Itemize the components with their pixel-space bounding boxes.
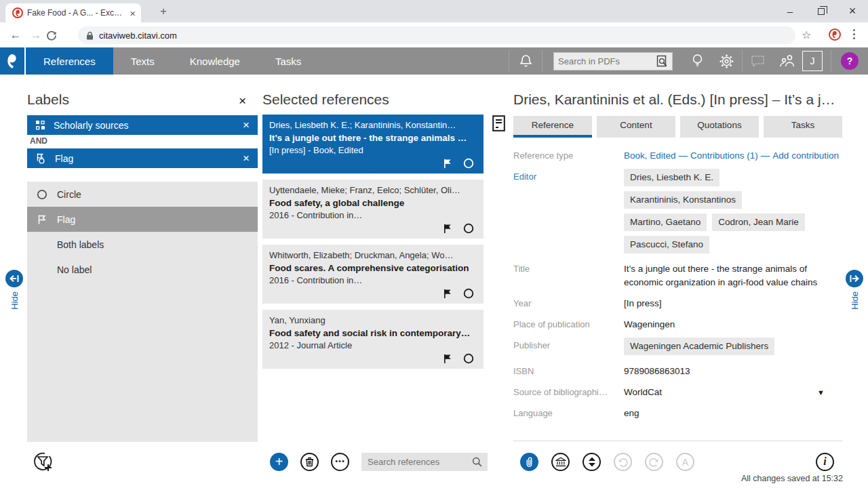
navigate-references-button[interactable] <box>583 453 601 471</box>
notifications-bell-icon[interactable] <box>509 47 542 75</box>
field-label: Year <box>513 297 624 310</box>
redo-button[interactable] <box>645 453 663 471</box>
tab-tasks[interactable]: Tasks <box>764 116 842 138</box>
circle-icon[interactable] <box>463 353 474 365</box>
remove-filter-icon[interactable]: × <box>243 119 250 131</box>
reference-card[interactable]: Whitworth, Elizabeth; Druckman, Angela; … <box>262 245 484 304</box>
circle-icon[interactable] <box>463 223 474 235</box>
field-label: Title <box>513 262 624 289</box>
circle-icon <box>37 189 47 200</box>
share-people-icon[interactable] <box>772 47 802 75</box>
reference-search-input[interactable] <box>361 457 472 467</box>
nav-tab-texts[interactable]: Texts <box>113 47 172 75</box>
editor-chip[interactable]: Pascucci, Stefano <box>624 236 709 253</box>
info-button[interactable]: i <box>816 453 834 471</box>
year-value[interactable]: [In press] <box>624 297 844 310</box>
label-option-flag[interactable]: Flag <box>27 207 258 232</box>
reference-meta: 2016 - Contribution in… <box>269 274 475 287</box>
browser-tab[interactable]: Fake Food - A G... - Excerp × <box>5 3 141 22</box>
restore-icon <box>818 8 825 15</box>
label-option-text: No label <box>57 264 92 275</box>
add-contribution-link[interactable]: Add contribution <box>772 150 839 161</box>
flag-icon[interactable] <box>443 288 453 300</box>
editor-chip[interactable]: Dries, Liesbeth K. E. <box>624 169 719 186</box>
labels-panel-close-icon[interactable]: × <box>239 94 246 107</box>
citavi-logo-icon[interactable] <box>0 47 26 75</box>
save-status: All changes saved at 15:32 <box>637 474 843 483</box>
title-value[interactable]: It’s a jungle out there - the strange an… <box>624 262 844 289</box>
search-in-document-icon[interactable] <box>656 55 668 68</box>
language-value[interactable]: eng <box>624 407 844 420</box>
hide-right-panel-toggle[interactable]: Hide <box>846 270 863 312</box>
tab-content[interactable]: Content <box>597 116 675 138</box>
circle-icon[interactable] <box>463 288 474 300</box>
filter-scholarly-sources[interactable]: Scholarly sources × <box>27 115 258 135</box>
pdf-search-input[interactable] <box>554 56 656 66</box>
reference-card[interactable]: Yan, Yunxiang Food safety and social ris… <box>262 310 484 369</box>
filter-operator: AND <box>30 136 47 146</box>
more-actions-button[interactable]: ••• <box>331 453 349 471</box>
close-window-button[interactable]: × <box>837 0 868 22</box>
nav-tab-references[interactable]: References <box>26 47 113 75</box>
window-controls: – × <box>774 0 868 22</box>
label-option-both[interactable]: Both labels <box>27 232 258 257</box>
flag-icon[interactable] <box>443 353 453 365</box>
flag-icon[interactable] <box>443 223 453 235</box>
minimize-button[interactable]: – <box>774 0 806 22</box>
flag-circle-icon <box>35 152 47 164</box>
reference-authors: Dries, Liesbeth K. E.; Karantininis, Kon… <box>269 119 475 131</box>
remove-filter-icon[interactable]: × <box>243 152 250 164</box>
citavi-extension-icon[interactable] <box>829 28 841 41</box>
back-icon[interactable]: ← <box>5 28 26 42</box>
attachments-button[interactable] <box>520 453 538 471</box>
browser-menu-icon[interactable] <box>853 29 855 39</box>
tab-close-icon[interactable]: × <box>130 8 136 18</box>
library-lookup-button[interactable] <box>551 453 570 471</box>
tab-reference[interactable]: Reference <box>513 116 592 138</box>
source-value[interactable]: WorldCat <box>624 386 662 399</box>
info-icon: i <box>823 455 826 468</box>
autofill-button[interactable]: A <box>676 453 694 471</box>
reference-list: Dries, Liesbeth K. E.; Karantininis, Kon… <box>262 115 484 375</box>
hide-left-panel-toggle[interactable]: Hide <box>5 270 23 312</box>
chevron-down-icon[interactable]: ▼ <box>817 386 825 399</box>
filter-flag[interactable]: Flag × <box>27 148 258 168</box>
contributions-link[interactable]: Contributions (1) <box>690 150 758 161</box>
settings-gear-icon[interactable] <box>711 47 742 75</box>
publisher-chip[interactable]: Wageningen Academic Publishers <box>624 338 774 355</box>
forward-icon[interactable]: → <box>26 28 46 42</box>
user-avatar[interactable]: J <box>802 51 823 71</box>
add-reference-button[interactable]: + <box>270 453 288 471</box>
reload-icon[interactable] <box>46 30 66 41</box>
address-bar[interactable]: citaviweb.citavi.com <box>78 26 795 44</box>
editor-chip[interactable]: Martino, Gaetano <box>624 214 707 231</box>
place-value[interactable]: Wageningen <box>624 318 844 331</box>
nav-tab-tasks[interactable]: Tasks <box>258 47 319 75</box>
editor-chip[interactable]: Karantininis, Konstantinos <box>624 191 742 209</box>
reference-title: Food safety and social risk in contempor… <box>269 327 475 340</box>
delete-reference-button[interactable] <box>300 453 319 471</box>
flag-icon[interactable] <box>443 158 453 170</box>
label-option-none[interactable]: No label <box>27 257 258 282</box>
help-button[interactable]: ? <box>841 52 859 70</box>
chat-bubble-icon[interactable] <box>743 47 772 75</box>
tab-quotations[interactable]: Quotations <box>680 116 759 138</box>
new-tab-button[interactable]: + <box>155 3 172 20</box>
isbn-value[interactable]: 9789086863013 <box>624 365 844 378</box>
reference-card[interactable]: Dries, Liesbeth K. E.; Karantininis, Kon… <box>262 115 484 174</box>
tips-lightbulb-icon[interactable] <box>684 47 711 75</box>
reference-card[interactable]: Uyttendaele, Mieke; Franz, Eelco; Schlüt… <box>262 180 484 239</box>
field-source: Source of bibliographi… WorldCat ▼ <box>513 386 844 399</box>
nav-tab-knowledge[interactable]: Knowledge <box>172 47 258 75</box>
circle-icon[interactable] <box>463 158 474 170</box>
restore-button[interactable] <box>806 0 837 22</box>
bookmark-star-icon[interactable]: ☆ <box>802 28 811 41</box>
label-option-circle[interactable]: Circle <box>27 182 258 207</box>
reference-type-link[interactable]: Book, Edited <box>624 150 676 161</box>
lock-icon <box>86 31 94 40</box>
add-filter-button[interactable] <box>31 450 54 473</box>
undo-button[interactable] <box>614 453 632 471</box>
reference-fields: Reference type Book, Edited—Contribution… <box>513 149 844 428</box>
editor-chip[interactable]: Codron, Jean Marie <box>712 214 805 231</box>
compact-view-icon[interactable] <box>492 115 505 131</box>
